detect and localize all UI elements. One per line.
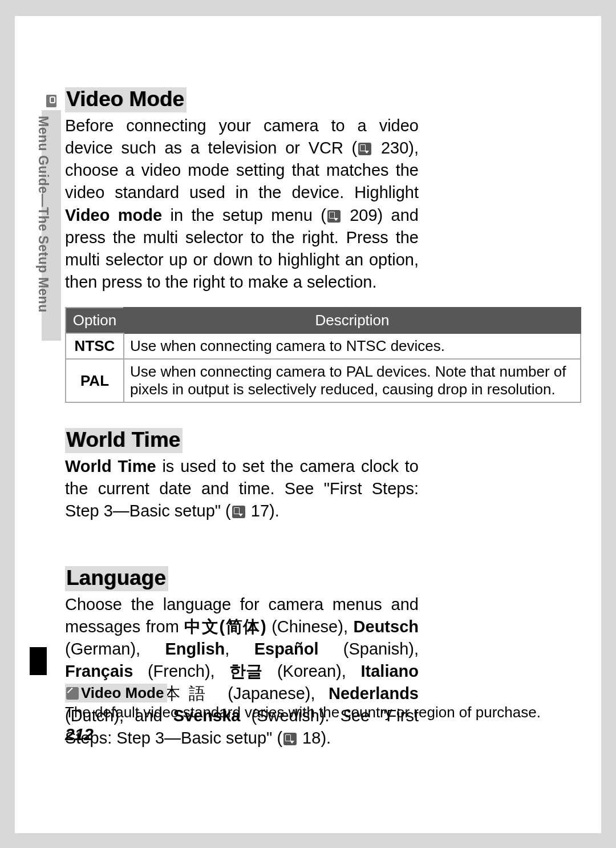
heading-language: Language — [65, 566, 168, 591]
video-mode-table: Option Description NTSC Use when connect… — [65, 307, 581, 403]
video-mode-paragraph: Before connecting your camera to a video… — [65, 115, 419, 293]
desc-pal: Use when connecting camera to PAL device… — [124, 359, 581, 402]
wrench-icon — [46, 95, 56, 107]
world-time-paragraph: World Time is used to set the camera clo… — [65, 455, 419, 522]
page-number: 212 — [65, 725, 584, 744]
heading-world-time: World Time — [65, 428, 183, 453]
page-ref-icon — [358, 143, 371, 155]
page-ref-icon — [327, 210, 341, 223]
option-pal: PAL — [66, 359, 124, 402]
main-content: Video Mode Before connecting your camera… — [65, 87, 584, 753]
heading-video-mode: Video Mode — [65, 87, 187, 112]
table-row: PAL Use when connecting camera to PAL de… — [66, 359, 581, 402]
table-header-row: Option Description — [66, 308, 581, 333]
thumb-tab — [30, 647, 47, 675]
footnote-body: The default video standard varies with t… — [65, 704, 584, 721]
desc-ntsc: Use when connecting camera to NTSC devic… — [124, 333, 581, 359]
option-ntsc: NTSC — [66, 333, 124, 359]
col-description: Description — [124, 308, 581, 333]
section-world-time: World Time World Time is used to set the… — [65, 428, 584, 522]
manual-page: Menu Guide—The Setup Menu Video Mode Bef… — [15, 16, 601, 833]
page-ref-icon — [232, 506, 245, 518]
pencil-icon — [66, 687, 79, 700]
section-video-mode: Video Mode Before connecting your camera… — [65, 87, 584, 403]
table-row: NTSC Use when connecting camera to NTSC … — [66, 333, 581, 359]
col-option: Option — [66, 308, 124, 333]
footnote-title: Video Mode — [65, 684, 167, 702]
footnote-block: Video Mode The default video standard va… — [65, 684, 584, 744]
